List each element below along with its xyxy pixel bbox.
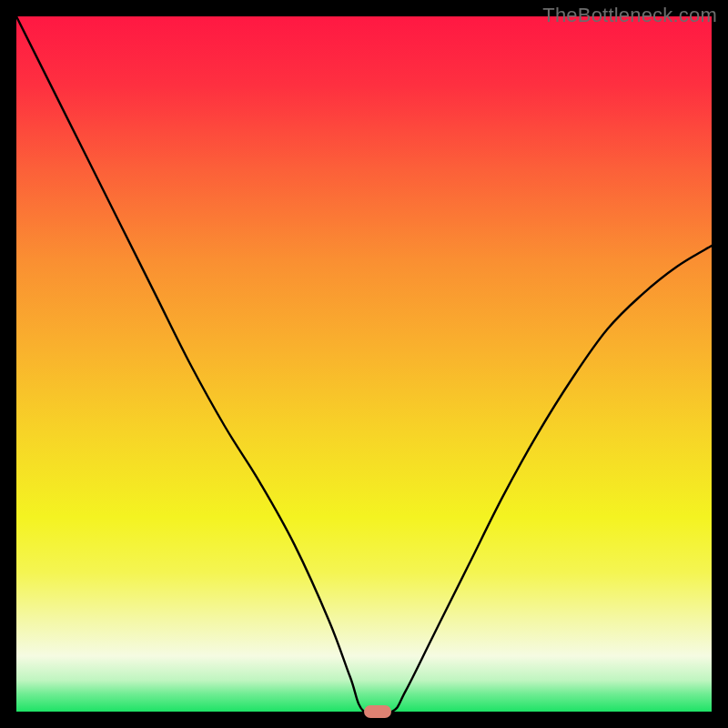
- optimal-marker: [364, 705, 391, 718]
- gradient-plot: [16, 16, 712, 712]
- watermark-text: TheBottleneck.com: [542, 4, 717, 27]
- plot-background: [16, 16, 712, 712]
- chart-frame: TheBottleneck.com: [0, 0, 728, 728]
